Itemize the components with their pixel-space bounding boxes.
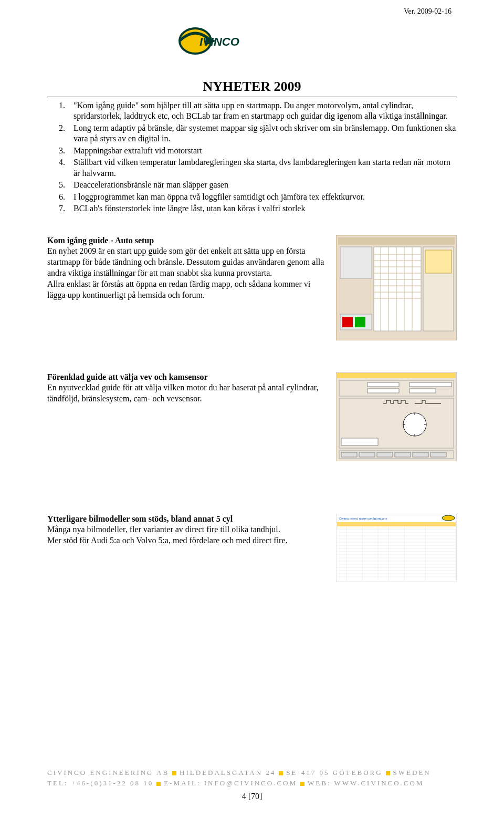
svg-rect-43 bbox=[395, 452, 411, 457]
svg-text:Civinco stand alone configurat: Civinco stand alone configurations bbox=[339, 517, 387, 520]
section-crank-cam: Förenklad guide att välja vev och kamsen… bbox=[47, 372, 457, 461]
svg-rect-30 bbox=[368, 389, 399, 393]
footer-line-2: TEL: +46-(0)31-22 08 10E-MAIL: INFO@CIVI… bbox=[47, 779, 457, 787]
svg-rect-45 bbox=[430, 452, 446, 457]
svg-rect-29 bbox=[410, 382, 452, 387]
section-heading: Ytterligare bilmodeller som stöds, bland… bbox=[47, 514, 233, 523]
separator-icon bbox=[156, 782, 161, 786]
svg-rect-31 bbox=[410, 389, 436, 393]
list-item: 5.Deaccelerationsbränsle när man släpper… bbox=[47, 180, 457, 190]
svg-rect-24 bbox=[355, 317, 365, 327]
list-item: 3.Mappningsbar extraluft vid motorstart bbox=[47, 146, 457, 156]
page-footer: CIVINCO ENGINEERING ABHILDEDALSGATAN 24S… bbox=[47, 769, 457, 801]
svg-text:IVINCO: IVINCO bbox=[200, 35, 239, 48]
title-bar: NYHETER 2009 bbox=[47, 79, 457, 97]
section-heading: Förenklad guide att välja vev och kamsen… bbox=[47, 372, 207, 381]
separator-icon bbox=[300, 782, 304, 786]
section-car-models: Ytterligare bilmodeller som stöds, bland… bbox=[47, 514, 457, 582]
list-item: 2.Long term adaptiv på bränsle, där syst… bbox=[47, 123, 457, 144]
svg-rect-42 bbox=[377, 452, 393, 457]
svg-rect-38 bbox=[341, 438, 378, 445]
version-label: Ver. 2009-02-16 bbox=[404, 7, 452, 16]
section-body: En nyhet 2009 är en start upp guide som … bbox=[47, 246, 324, 299]
svg-rect-5 bbox=[340, 247, 372, 278]
page-number: 4 [70] bbox=[47, 792, 457, 801]
svg-rect-40 bbox=[341, 452, 357, 457]
section-body: Många nya bilmodeller, fler varianter av… bbox=[47, 525, 288, 545]
list-item: 7.BCLab's fönsterstorlek inte längre lås… bbox=[47, 203, 457, 214]
civinco-logo: IVINCO bbox=[178, 26, 268, 55]
list-item: 1."Kom igång guide" som hjälper till att… bbox=[47, 100, 457, 122]
list-item: 4.Ställbart vid vilken temperatur lambda… bbox=[47, 157, 457, 179]
svg-rect-26 bbox=[337, 373, 456, 378]
page-title: NYHETER 2009 bbox=[203, 79, 301, 95]
screenshot-car-models: Civinco stand alone configurations bbox=[336, 514, 457, 582]
document-page: Ver. 2009-02-16 IVINCO NYHETER 2009 1."K… bbox=[0, 0, 504, 819]
svg-rect-41 bbox=[359, 452, 375, 457]
svg-point-49 bbox=[442, 515, 455, 521]
separator-icon bbox=[279, 771, 283, 775]
section-heading: Kom igång guide - Auto setup bbox=[47, 236, 154, 245]
svg-point-33 bbox=[403, 413, 426, 436]
footer-line-1: CIVINCO ENGINEERING ABHILDEDALSGATAN 24S… bbox=[47, 769, 457, 777]
svg-rect-23 bbox=[342, 317, 353, 327]
svg-rect-21 bbox=[425, 250, 452, 273]
svg-rect-50 bbox=[337, 522, 456, 526]
section-auto-setup: Kom igång guide - Auto setup En nyhet 20… bbox=[47, 235, 457, 340]
screenshot-auto-setup bbox=[336, 235, 457, 340]
svg-rect-44 bbox=[413, 452, 428, 457]
svg-rect-4 bbox=[338, 237, 455, 245]
separator-icon bbox=[386, 771, 390, 775]
numbered-list: 1."Kom igång guide" som hjälper till att… bbox=[47, 100, 457, 214]
svg-rect-28 bbox=[368, 382, 399, 387]
section-body: En nyutvecklad guide för att välja vilke… bbox=[47, 383, 319, 403]
screenshot-crank-cam bbox=[336, 372, 457, 461]
list-item: 6.I loggprogrammet kan man öppna två log… bbox=[47, 192, 457, 202]
separator-icon bbox=[172, 771, 176, 775]
